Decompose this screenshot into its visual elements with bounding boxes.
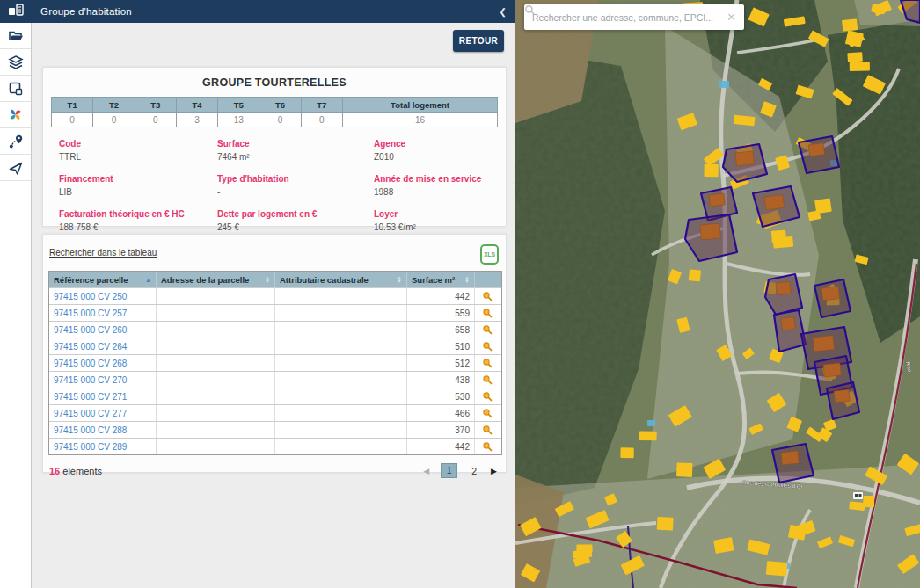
parcel-row: 97415 000 CV 250442 — [49, 287, 501, 304]
parcel-reference-link[interactable]: 97415 000 CV 260 — [49, 322, 157, 338]
parcel-surface: 510 — [407, 338, 475, 354]
sidebar-tool-button[interactable] — [0, 23, 31, 49]
sort-icon[interactable]: ▲▼ — [464, 276, 470, 284]
pagination-page-2[interactable]: 2 — [469, 466, 479, 476]
export-xls-button[interactable]: XLS — [480, 244, 499, 265]
parcel-reference-link[interactable]: 97415 000 CV 264 — [49, 338, 157, 354]
unit-count-value: 3 — [176, 113, 217, 127]
parcel-surface: 658 — [407, 322, 475, 338]
zoom-to-parcel-icon[interactable] — [475, 388, 500, 404]
parcel-owner — [275, 372, 407, 388]
clear-search-icon[interactable]: ✕ — [727, 11, 736, 23]
group-field: Type d'habitation- — [217, 174, 374, 197]
zoom-to-parcel-icon[interactable] — [475, 355, 500, 371]
field-value: Z010 — [374, 152, 507, 162]
sidebar-tool-button[interactable] — [0, 102, 31, 128]
parcel-column-header[interactable]: Attributaire cadastrale▲▼ — [275, 272, 407, 287]
sort-asc-icon[interactable]: ▲ — [145, 277, 151, 283]
parcel-reference-link[interactable]: 97415 000 CV 289 — [49, 439, 157, 454]
export-selection-icon — [8, 81, 24, 97]
zoom-to-parcel-icon[interactable] — [475, 372, 500, 388]
group-name: GROUPE TOURTERELLES — [43, 76, 506, 89]
parcel-owner — [275, 422, 407, 438]
sort-icon[interactable]: ▲▼ — [265, 276, 270, 284]
group-field: Loyer10.53 €/m² — [374, 209, 507, 232]
table-search-input[interactable] — [164, 244, 294, 258]
parcel-row: 97415 000 CV 277466 — [49, 404, 501, 421]
group-field: Dette par logement en €245 € — [217, 209, 374, 232]
field-value: LIB — [59, 187, 217, 197]
unit-column-header: Total logement — [343, 98, 498, 113]
unit-count-value: 0 — [135, 113, 176, 127]
zoom-to-parcel-icon[interactable] — [475, 288, 500, 304]
unit-count-value: 0 — [52, 113, 93, 127]
parcel-reference-link[interactable]: 97415 000 CV 288 — [49, 422, 157, 438]
sidebar-tool-button[interactable] — [0, 128, 31, 155]
zoom-to-parcel-icon[interactable] — [475, 338, 500, 354]
unit-column-header: T1 — [52, 98, 93, 113]
app-logo-button[interactable] — [0, 0, 32, 23]
parcel-row: 97415 000 CV 257559 — [49, 304, 501, 321]
collapse-panel-icon[interactable]: ❮ — [500, 7, 507, 17]
parcel-address — [157, 305, 275, 321]
parcel-reference-link[interactable]: 97415 000 CV 270 — [49, 372, 157, 388]
parcel-reference-link[interactable]: 97415 000 CV 268 — [49, 355, 157, 371]
zoom-to-parcel-icon[interactable] — [475, 322, 500, 338]
field-label: Financement — [59, 174, 217, 184]
group-field: AgenceZ010 — [374, 139, 507, 162]
group-field: Facturation théorique en € HC188 758 € — [59, 209, 217, 232]
pagination-prev-icon[interactable]: ◀ — [423, 467, 429, 475]
map-search-input[interactable] — [532, 12, 719, 23]
zoom-to-parcel-icon[interactable] — [475, 305, 500, 321]
unit-count-value: 16 — [343, 113, 498, 127]
column-label: Attributaire cadastrale — [280, 275, 369, 285]
panel-header: Groupe d'habitation ❮ — [32, 0, 515, 23]
retour-button[interactable]: RETOUR — [453, 30, 504, 52]
zoom-to-parcel-icon[interactable] — [475, 405, 500, 421]
unit-column-header: T7 — [301, 98, 342, 113]
field-value: 10.53 €/m² — [374, 222, 507, 232]
pagination-page-1[interactable]: 1 — [441, 463, 457, 478]
parcel-reference-link[interactable]: 97415 000 CV 277 — [49, 405, 157, 421]
pagination: ◀12▶ — [423, 463, 497, 478]
zoom-to-parcel-icon[interactable] — [475, 439, 500, 454]
satellite-map[interactable]: Rue des Corbeilles d'OrRue ✕ — [515, 0, 920, 588]
parcel-reference-link[interactable]: 97415 000 CV 257 — [49, 305, 157, 321]
parcel-owner — [275, 355, 407, 371]
parcel-column-header[interactable]: Référence parcelle▲ — [49, 272, 157, 287]
parcel-column-header[interactable]: Surface m²▲▼ — [407, 272, 475, 287]
parcels-card: Rechercher dans le tableau XLS Référence… — [42, 234, 507, 473]
map-canvas[interactable]: Rue des Corbeilles d'OrRue — [515, 0, 920, 588]
field-value: 245 € — [217, 222, 374, 232]
application-window: Groupe d'habitation ❮ RETOUR GROUPE TOUR… — [0, 0, 920, 588]
group-fields: CodeTTRLSurface7464 m²AgenceZ010Financem… — [43, 127, 506, 232]
parcel-address — [157, 422, 275, 438]
unit-count-value: 0 — [301, 113, 342, 127]
parcel-owner — [275, 322, 407, 338]
street-sign-icon — [853, 492, 863, 499]
parcel-reference-link[interactable]: 97415 000 CV 271 — [49, 388, 157, 404]
field-label: Facturation théorique en € HC — [59, 209, 217, 219]
parcel-reference-link[interactable]: 97415 000 CV 250 — [49, 288, 157, 304]
app-logo-icon — [8, 3, 25, 20]
parcel-row: 97415 000 CV 289442 — [49, 438, 501, 454]
parcel-address — [157, 288, 275, 304]
parcel-table-header: Référence parcelle▲Adresse de la parcell… — [49, 272, 501, 287]
parcel-row: 97415 000 CV 270438 — [49, 371, 501, 388]
pagination-next-icon[interactable]: ▶ — [491, 467, 497, 475]
column-label: Référence parcelle — [54, 275, 128, 285]
unit-count-table: T1T2T3T4T5T6T7Total logement0003130016 — [51, 97, 498, 127]
sidebar-tool-button[interactable] — [0, 49, 31, 76]
column-label: Adresse de la parcelle — [161, 275, 249, 285]
unit-column-header: T2 — [93, 98, 135, 113]
sidebar-tool-button[interactable] — [0, 76, 31, 102]
parcel-column-header[interactable]: Adresse de la parcelle▲▼ — [157, 272, 275, 287]
basemap-pinwheel-icon — [7, 106, 24, 123]
zoom-to-parcel-icon[interactable] — [475, 422, 500, 438]
field-label: Surface — [217, 139, 374, 149]
sort-icon[interactable]: ▲▼ — [397, 276, 402, 284]
parcel-surface: 466 — [407, 405, 475, 421]
sidebar-tool-button[interactable] — [0, 155, 31, 181]
parcel-owner — [275, 439, 407, 454]
unit-column-header: T6 — [259, 98, 301, 113]
